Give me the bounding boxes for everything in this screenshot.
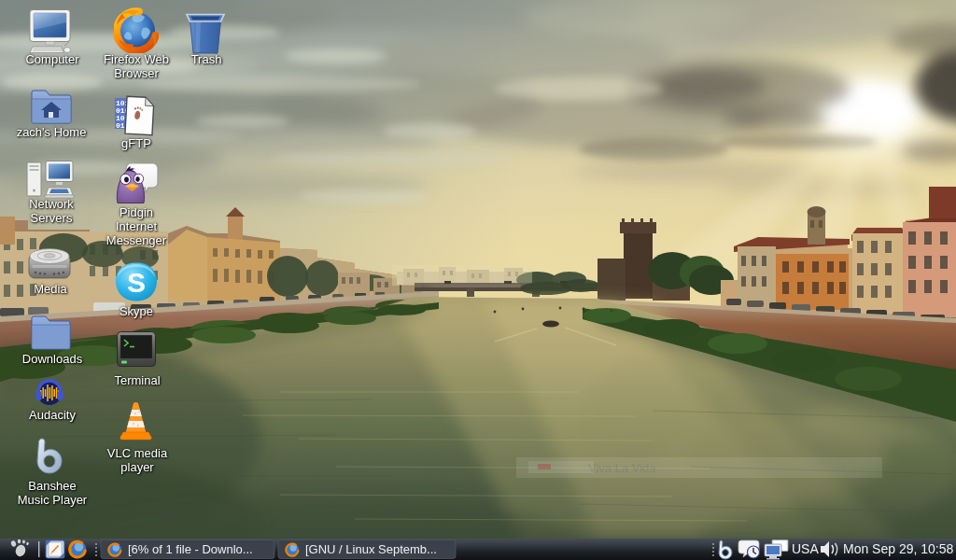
- svg-text:S: S: [127, 267, 146, 298]
- svg-text:01: 01: [116, 121, 125, 130]
- svg-text:Viva La Vida: Viva La Vida: [588, 461, 656, 475]
